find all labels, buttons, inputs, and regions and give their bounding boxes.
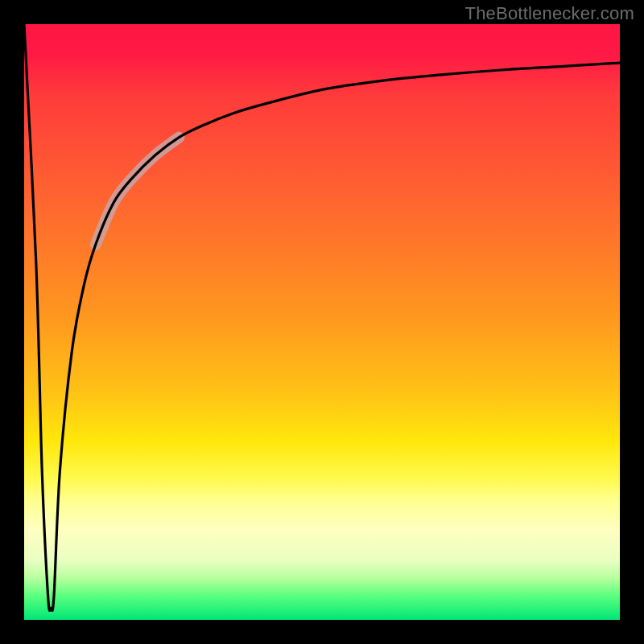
watermark-text: TheBottlenecker.com	[465, 3, 634, 24]
curve-layer	[24, 24, 620, 620]
bottleneck-chart	[0, 0, 644, 644]
highlight-segment	[96, 138, 180, 245]
bottleneck-curve-path	[24, 24, 620, 610]
